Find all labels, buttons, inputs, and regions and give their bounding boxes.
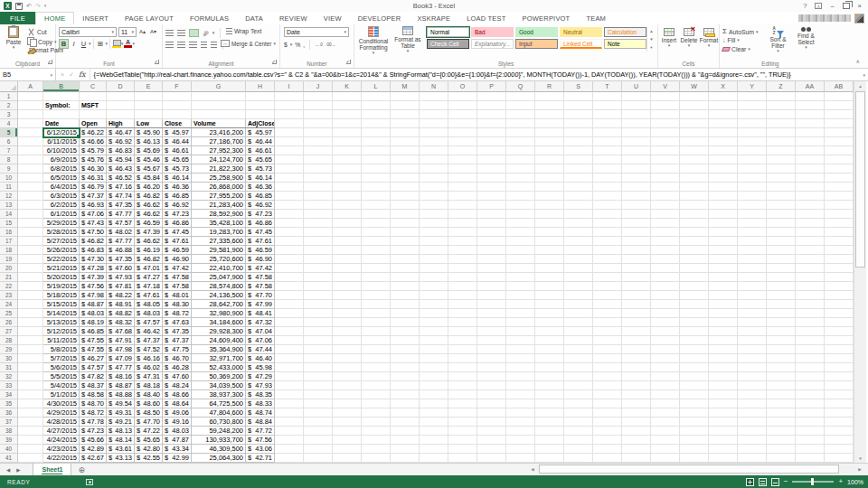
cell-W36[interactable] [680,408,709,418]
cell-F22[interactable]: $47.58 [163,282,192,291]
cell-M13[interactable] [391,201,420,210]
cell-U36[interactable] [622,408,651,418]
cell-Y12[interactable] [738,192,767,201]
cell-C41[interactable]: $42.67 [80,454,107,463]
cell-H41[interactable]: $42.71 [246,454,275,463]
cell-R41[interactable] [535,454,564,463]
cell-D38[interactable]: $48.13 [107,427,135,436]
cell-G37[interactable]: 60,730,800 [192,418,246,427]
cell-K3[interactable] [333,110,362,119]
cell-K11[interactable] [333,183,362,192]
cell-X28[interactable] [709,336,738,345]
cell-T17[interactable] [593,237,622,246]
column-header-y[interactable]: Y [738,81,767,92]
cell-V17[interactable] [651,237,680,246]
cell-P1[interactable] [477,92,506,101]
cell-C39[interactable]: $45.66 [80,436,107,445]
cell-L1[interactable] [362,92,391,101]
cell-AB30[interactable] [825,354,854,363]
cell-D15[interactable]: $47.57 [107,219,135,228]
cell-Z5[interactable] [767,128,796,137]
cell-B26[interactable]: 5/13/2015 [43,318,80,327]
format-as-table-button[interactable]: Format as Table ▾ [392,26,423,53]
cell-J29[interactable] [304,345,333,354]
cell-V18[interactable] [651,246,680,255]
cell-G11[interactable]: 26,868,000 [192,183,246,192]
cell-C1[interactable] [80,92,107,101]
cell-L3[interactable] [362,110,391,119]
column-header-u[interactable]: U [622,81,651,92]
cell-H31[interactable]: $45.98 [246,363,275,372]
cell-Q5[interactable] [506,128,535,137]
cell-G20[interactable]: 22,410,700 [192,264,246,273]
column-header-w[interactable]: W [680,81,709,92]
cell-U33[interactable] [622,381,651,390]
cell-J17[interactable] [304,237,333,246]
cell-B4[interactable]: Date [43,119,80,128]
increase-decimal-button[interactable]: ←.0 [315,42,323,47]
cell-H23[interactable]: $47.70 [246,291,275,300]
cell-G38[interactable]: 59,248,200 [192,427,246,436]
cell-D9[interactable]: $46.43 [107,164,135,174]
cell-I15[interactable] [275,219,304,228]
cell-D14[interactable]: $47.77 [107,210,135,219]
cell-Q22[interactable] [506,282,535,291]
cell-W40[interactable] [680,445,709,454]
cell-AA40[interactable] [796,445,825,454]
cell-H17[interactable]: $47.61 [246,237,275,246]
cell-Q32[interactable] [506,372,535,381]
comma-style-button[interactable]: , [303,42,305,48]
cell-X14[interactable] [709,210,738,219]
cell-S8[interactable] [564,155,593,164]
font-color-dropdown[interactable]: ▾ [133,42,136,46]
cell-L25[interactable] [362,309,391,318]
cell-Q28[interactable] [506,336,535,345]
cell-S26[interactable] [564,318,593,327]
cell-AB1[interactable] [825,92,854,101]
cell-E26[interactable]: $47.57 [135,318,163,327]
cell-Y11[interactable] [738,183,767,192]
cell-Y34[interactable] [738,390,767,399]
cell-I24[interactable] [275,300,304,309]
cell-AB41[interactable] [825,454,854,463]
column-header-j[interactable]: J [304,81,333,92]
cell-H26[interactable]: $47.32 [246,318,275,327]
cell-F10[interactable]: $46.14 [163,174,192,183]
cell-K20[interactable] [333,264,362,273]
cell-E16[interactable]: $47.39 [135,228,163,237]
cell-Q2[interactable] [506,101,535,110]
cell-H11[interactable]: $46.36 [246,183,275,192]
cell-P30[interactable] [477,354,506,363]
cell-W24[interactable] [680,300,709,309]
cell-X10[interactable] [709,174,738,183]
cell-X40[interactable] [709,445,738,454]
cell-O15[interactable] [448,219,477,228]
cell-E22[interactable]: $47.18 [135,282,163,291]
sort-filter-button[interactable]: AZ Sort & Filter ▾ [765,27,791,53]
cell-V9[interactable] [651,164,680,174]
cell-S23[interactable] [564,291,593,300]
style-chip-input[interactable]: Input [515,39,558,49]
cell-C27[interactable]: $46.85 [80,327,107,336]
cell-F31[interactable]: $46.28 [163,363,192,372]
cell-W12[interactable] [680,192,709,201]
cell-K39[interactable] [333,436,362,445]
cell-K32[interactable] [333,372,362,381]
cell-Z21[interactable] [767,273,796,282]
cell-I23[interactable] [275,291,304,300]
cell-C22[interactable]: $47.56 [80,282,107,291]
sheet-nav-left-icon[interactable]: ◀ [6,467,10,473]
cell-V7[interactable] [651,146,680,155]
cell-C11[interactable]: $46.79 [80,183,107,192]
cell-R37[interactable] [535,418,564,427]
decrease-indent-button[interactable] [201,42,207,48]
cell-R25[interactable] [535,309,564,318]
cell-S30[interactable] [564,354,593,363]
cell-D32[interactable]: $48.16 [107,372,135,381]
cell-AB27[interactable] [825,327,854,336]
style-chip-good[interactable]: Good [515,27,558,37]
cancel-icon[interactable]: × [61,71,64,78]
cell-B16[interactable]: 5/28/2015 [43,228,80,237]
cell-O11[interactable] [448,183,477,192]
cell-L7[interactable] [362,146,391,155]
